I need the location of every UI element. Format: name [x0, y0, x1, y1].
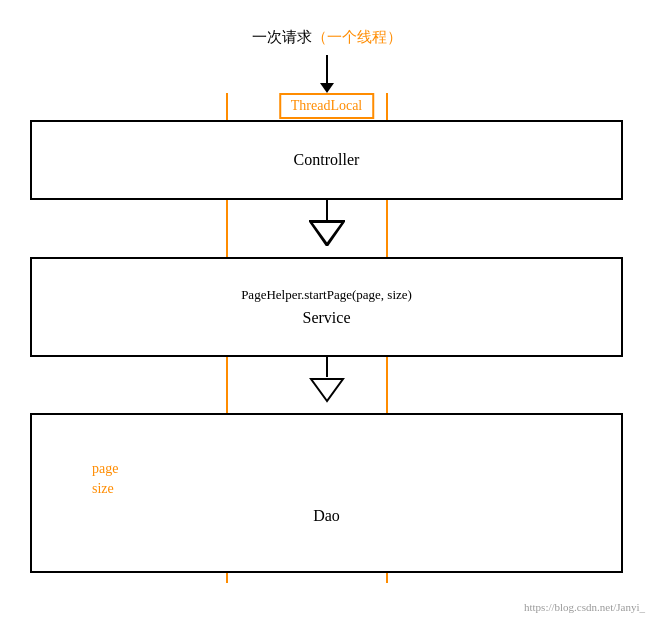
top-label-orange: （一个线程）: [312, 29, 402, 45]
arrow-line-3: [326, 357, 328, 377]
arrow-line-1: [326, 55, 328, 83]
top-label: 一次请求（一个线程）: [252, 28, 402, 47]
dao-size-text: size: [92, 481, 114, 497]
arrow-to-threadlocal: [320, 55, 334, 93]
dao-box: page size Dao: [30, 413, 623, 573]
watermark: https://blog.csdn.net/Janyi_: [524, 601, 645, 613]
dao-label: Dao: [313, 507, 340, 525]
svg-marker-2: [311, 379, 343, 401]
controller-box: Controller: [30, 120, 623, 200]
hollow-arrow-2: [309, 377, 345, 403]
service-label: Service: [303, 309, 351, 327]
dao-page-text: page: [92, 461, 118, 477]
arrow-controller-to-service: [309, 200, 345, 246]
arrow-head-1: [320, 83, 334, 93]
arrow-line-2: [326, 200, 328, 220]
service-top-text: PageHelper.startPage(page, size): [241, 287, 412, 303]
service-box: PageHelper.startPage(page, size) Service: [30, 257, 623, 357]
threadlocal-box: ThreadLocal: [279, 93, 375, 119]
threadlocal-label: ThreadLocal: [291, 98, 363, 113]
controller-label: Controller: [294, 151, 360, 169]
svg-marker-1: [311, 222, 343, 244]
arrow-service-to-dao: [309, 357, 345, 403]
hollow-arrow-1: [309, 220, 345, 246]
top-label-cn: 一次请求: [252, 29, 312, 45]
diagram-container: 一次请求（一个线程） ThreadLocal Controller PageHe…: [0, 0, 653, 621]
